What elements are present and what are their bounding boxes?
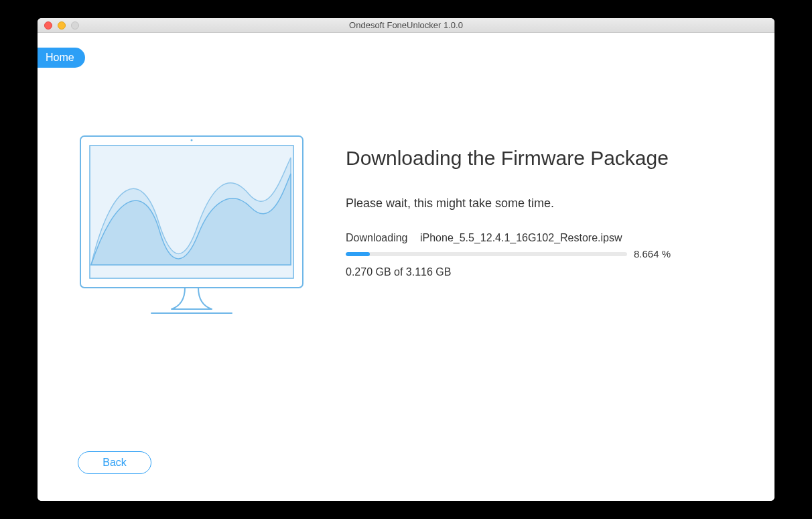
svg-point-1	[191, 139, 193, 141]
maximize-window-button[interactable]	[71, 21, 79, 30]
app-window: Ondesoft FoneUnlocker 1.0.0 Home	[38, 18, 774, 501]
close-window-button[interactable]	[44, 21, 52, 30]
download-size: 0.270 GB of 3.116 GB	[346, 266, 734, 278]
download-file-line: Downloading iPhone_5.5_12.4.1_16G102_Res…	[346, 232, 734, 244]
window-title: Ondesoft FoneUnlocker 1.0.0	[38, 20, 774, 30]
progress-row: 8.664 %	[346, 248, 734, 260]
home-tab[interactable]: Home	[38, 48, 85, 68]
back-button[interactable]: Back	[78, 451, 151, 474]
page-heading: Downloading the Firmware Package	[346, 147, 734, 170]
progress-bar	[346, 252, 627, 256]
content-area: Home	[38, 33, 774, 501]
main-area: Downloading the Firmware Package Please …	[78, 133, 734, 324]
page-subheading: Please wait, this might take some time.	[346, 196, 734, 211]
download-file-name: iPhone_5.5_12.4.1_16G102_Restore.ipsw	[420, 232, 622, 243]
minimize-window-button[interactable]	[58, 21, 66, 30]
progress-percent: 8.664 %	[634, 248, 671, 260]
progress-fill	[346, 252, 370, 256]
illustration	[78, 133, 306, 324]
downloading-label: Downloading	[346, 232, 408, 243]
info-panel: Downloading the Firmware Package Please …	[346, 133, 734, 324]
window-controls	[38, 21, 79, 30]
titlebar: Ondesoft FoneUnlocker 1.0.0	[38, 18, 774, 33]
monitor-icon	[78, 133, 306, 321]
